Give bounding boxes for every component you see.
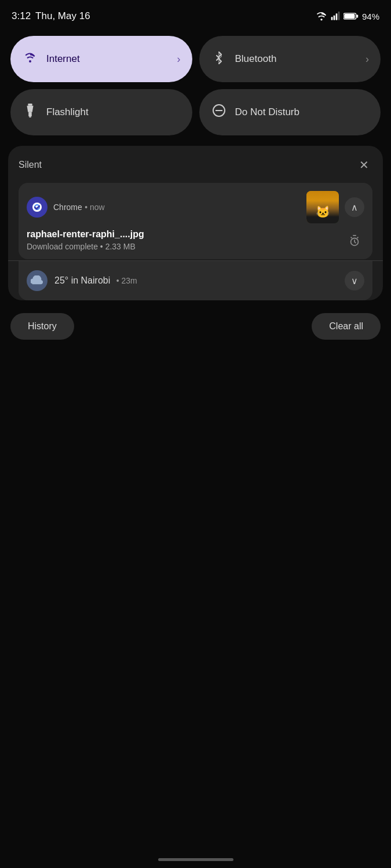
wifi-icon bbox=[316, 12, 327, 21]
chrome-app-name: Chrome bbox=[53, 203, 82, 212]
svg-marker-8 bbox=[27, 106, 33, 112]
chrome-expand-button[interactable]: ∧ bbox=[345, 197, 364, 217]
status-icons: 94% bbox=[316, 12, 379, 21]
chrome-app-info: Chrome • now bbox=[53, 202, 105, 212]
quick-settings-grid: Internet › Bluetooth › Flashlight bbox=[0, 30, 391, 141]
notification-header: Silent ✕ bbox=[19, 156, 372, 174]
status-date: Thu, May 16 bbox=[35, 10, 90, 22]
svg-rect-1 bbox=[334, 16, 335, 20]
svg-rect-6 bbox=[344, 14, 355, 19]
flashlight-label: Flashlight bbox=[46, 106, 181, 118]
internet-label: Internet bbox=[46, 53, 169, 65]
bottom-action-buttons: History Clear all bbox=[0, 300, 391, 352]
svg-rect-10 bbox=[29, 116, 31, 117]
battery-percent: 94% bbox=[362, 12, 379, 21]
bluetooth-chevron: › bbox=[366, 53, 369, 65]
weather-icon bbox=[27, 270, 47, 291]
weather-time: • 23m bbox=[116, 276, 137, 285]
dnd-tile[interactable]: Do Not Disturb bbox=[199, 89, 381, 135]
flashlight-icon bbox=[22, 104, 38, 121]
svg-rect-2 bbox=[336, 13, 338, 20]
flashlight-tile[interactable]: Flashlight bbox=[10, 89, 192, 135]
weather-collapse-button[interactable]: ∨ bbox=[345, 271, 364, 290]
weather-temp-city: 25° in Nairobi bbox=[54, 275, 113, 285]
chrome-notif-content: raphael-renter-raphi_....jpg Download co… bbox=[27, 229, 144, 251]
history-button[interactable]: History bbox=[10, 313, 74, 340]
svg-rect-5 bbox=[357, 14, 359, 17]
dnd-label: Do Not Disturb bbox=[235, 106, 370, 118]
chrome-notif-left: Chrome • now bbox=[27, 197, 105, 218]
home-indicator[interactable] bbox=[158, 858, 233, 861]
bluetooth-icon bbox=[211, 52, 227, 67]
notification-panel: Silent ✕ Chrome • now bbox=[8, 146, 383, 300]
wifi-qs-icon bbox=[22, 52, 38, 67]
status-bar: 3:12 Thu, May 16 94% bbox=[0, 0, 391, 30]
chrome-notif-body: raphael-renter-raphi_....jpg Download co… bbox=[27, 229, 364, 251]
download-thumbnail: 🐱 bbox=[306, 191, 339, 223]
internet-tile[interactable]: Internet › bbox=[10, 36, 192, 82]
signal-icon bbox=[331, 12, 340, 21]
svg-rect-0 bbox=[331, 17, 333, 20]
dnd-icon bbox=[211, 104, 227, 121]
chrome-notif-right: 🐱 ∧ bbox=[306, 191, 364, 223]
download-filename: raphael-renter-raphi_....jpg bbox=[27, 229, 144, 240]
status-time: 3:12 bbox=[12, 10, 31, 22]
weather-info: 25° in Nairobi • 23m bbox=[54, 275, 137, 286]
weather-notification[interactable]: 25° in Nairobi • 23m ∨ bbox=[19, 261, 372, 300]
chrome-notif-time: • now bbox=[85, 203, 104, 212]
battery-icon bbox=[344, 12, 359, 20]
download-description: Download complete • 2.33 MB bbox=[27, 242, 144, 251]
bluetooth-label: Bluetooth bbox=[235, 53, 358, 65]
notification-close-button[interactable]: ✕ bbox=[355, 156, 372, 174]
chrome-app-icon bbox=[27, 197, 47, 218]
weather-left: 25° in Nairobi • 23m bbox=[27, 270, 137, 291]
svg-rect-7 bbox=[28, 104, 32, 106]
internet-chevron: › bbox=[177, 53, 181, 65]
chrome-notif-header: Chrome • now 🐱 ∧ bbox=[27, 191, 364, 223]
clear-all-button[interactable]: Clear all bbox=[312, 313, 381, 340]
svg-rect-3 bbox=[338, 12, 340, 20]
bluetooth-tile[interactable]: Bluetooth › bbox=[199, 36, 381, 82]
snooze-button[interactable] bbox=[345, 231, 364, 251]
notification-mode: Silent bbox=[19, 160, 42, 170]
chrome-notification-card[interactable]: Chrome • now 🐱 ∧ raphael-renter-raphi_..… bbox=[19, 183, 372, 259]
svg-rect-9 bbox=[28, 112, 32, 116]
